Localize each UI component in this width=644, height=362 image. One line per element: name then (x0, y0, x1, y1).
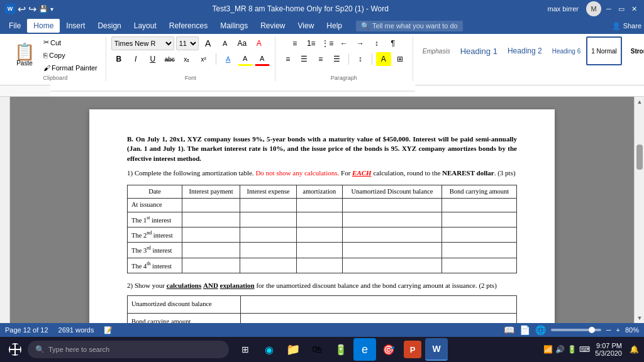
taskbar-right: 📶 🔊 🔋 ⌨ 9:07 PM 5/3/2020 🔔 (543, 342, 639, 357)
file-explorer-button[interactable]: 📁 (282, 338, 304, 361)
highlight-button[interactable]: A (238, 52, 253, 66)
view-read-button[interactable]: 📖 (504, 325, 514, 335)
redo-icon[interactable]: ↪ (28, 3, 36, 15)
show-marks-button[interactable]: ¶ (386, 36, 401, 50)
clock[interactable]: 9:07 PM 5/3/2020 (595, 342, 622, 357)
scroll-track[interactable] (635, 107, 644, 313)
ruler-inner (50, 85, 644, 96)
scroll-down-arrow[interactable]: ▼ (635, 313, 644, 323)
menu-references[interactable]: References (163, 19, 214, 33)
align-right-button[interactable]: ≡ (313, 52, 328, 66)
close-button[interactable]: ✕ (629, 4, 639, 14)
undo-icon[interactable]: ↩ (18, 3, 26, 15)
align-left-button[interactable]: ≡ (280, 52, 296, 66)
wifi-icon[interactable]: 📶 (543, 345, 553, 354)
restore-button[interactable]: ▭ (616, 4, 626, 14)
format-painter-button[interactable]: 🖌 Format Painter (40, 62, 101, 74)
app-icon-6[interactable]: 🎯 (377, 338, 400, 361)
font-size-select[interactable]: 11 (176, 36, 199, 50)
text-effect-button[interactable]: A (221, 52, 236, 66)
paste-button[interactable]: 📋 Paste (10, 41, 39, 69)
zoom-minus[interactable]: ─ (606, 326, 611, 334)
row-issuance-amort (296, 199, 342, 212)
row-3rd-pay (182, 243, 240, 258)
font-color-button[interactable]: A (255, 52, 270, 66)
start-button[interactable] (5, 339, 25, 359)
task-view-button[interactable]: ⊞ (234, 338, 257, 361)
line-spacing-button[interactable]: ↕ (353, 52, 368, 66)
italic-button[interactable]: I (128, 52, 143, 66)
notification-icon[interactable]: 🔔 (630, 345, 639, 354)
change-case-button[interactable]: Aa (235, 36, 250, 50)
style-strong-button[interactable]: Strong (623, 36, 644, 65)
view-print-button[interactable]: 📄 (519, 325, 530, 335)
menu-insert[interactable]: Insert (60, 19, 91, 33)
cortana-button[interactable]: ◉ (258, 338, 280, 361)
row-4th-unamort (342, 258, 441, 273)
font-group-content: Times New R 11 A A Aa A B I U abc x₂ (111, 36, 270, 74)
row-3rd-amort (296, 243, 342, 258)
numbering-button[interactable]: 1≡ (304, 36, 319, 50)
strikethrough-button[interactable]: abc (162, 52, 177, 66)
word-logo-icon: W (5, 4, 15, 14)
scroll-up-arrow[interactable]: ▲ (635, 97, 644, 107)
keyboard-icon[interactable]: ⌨ (579, 345, 590, 354)
battery-button[interactable]: 🔋 (330, 338, 352, 361)
decrease-font-button[interactable]: A (218, 36, 233, 50)
outline-button[interactable]: ⋮≡ (320, 36, 335, 50)
edge-button[interactable]: e (353, 338, 376, 361)
style-heading6-button[interactable]: Heading 6 (548, 36, 586, 65)
align-center-button[interactable]: ☰ (297, 52, 312, 66)
font-family-select[interactable]: Times New R (111, 36, 174, 50)
battery-sys-icon[interactable]: 🔋 (567, 345, 577, 354)
indent-increase-button[interactable]: → (353, 36, 368, 50)
avatar[interactable]: M (586, 1, 601, 16)
increase-font-button[interactable]: A (201, 36, 216, 50)
zoom-thumb[interactable] (589, 327, 595, 333)
zoom-level[interactable]: 80% (625, 326, 639, 334)
menu-view[interactable]: View (292, 19, 321, 33)
scrollbar-right[interactable]: ▲ ▼ (634, 97, 644, 323)
menu-file[interactable]: File (3, 19, 27, 33)
taskbar-search-bar[interactable]: 🔍 Type here to search (28, 341, 229, 358)
view-web-button[interactable]: 🌐 (535, 325, 546, 335)
justify-button[interactable]: ☰ (330, 52, 345, 66)
underline-button[interactable]: U (145, 52, 160, 66)
menu-home[interactable]: Home (27, 19, 60, 33)
store-icon: 🛍 (312, 344, 322, 355)
style-heading1-button[interactable]: Heading 1 (456, 36, 502, 65)
store-button[interactable]: 🛍 (306, 338, 328, 361)
menu-review[interactable]: Review (254, 19, 291, 33)
document-area[interactable]: B. On July 1, 20x1, XYZ company issues 9… (10, 97, 634, 323)
word-app-button[interactable]: W (425, 338, 448, 361)
unamort-label: Unamortized discount balance (128, 296, 241, 314)
indent-decrease-button[interactable]: ← (336, 36, 352, 50)
share-button[interactable]: 👤 Share (612, 22, 641, 30)
zoom-plus[interactable]: + (616, 326, 620, 334)
cut-button[interactable]: ✂ Cut (40, 36, 101, 48)
menu-layout[interactable]: Layout (128, 19, 163, 33)
menu-help[interactable]: Help (320, 19, 348, 33)
clear-format-button[interactable]: A (252, 36, 267, 50)
bullets-button[interactable]: ≡ (287, 36, 303, 50)
style-heading2-button[interactable]: Heading 2 (503, 36, 547, 65)
sort-button[interactable]: ↕ (369, 36, 384, 50)
scroll-thumb[interactable] (636, 145, 643, 170)
shading-button[interactable]: A (376, 52, 391, 66)
menu-mailings[interactable]: Mailings (214, 19, 254, 33)
menu-design[interactable]: Design (91, 19, 127, 33)
border-button[interactable]: ⊞ (392, 52, 408, 66)
style-normal-button[interactable]: 1 Normal (586, 36, 622, 65)
copy-button[interactable]: ⎘ Copy (40, 50, 101, 61)
style-emphasis-button[interactable]: Emphasis (418, 36, 455, 65)
minimize-button[interactable]: ─ (604, 4, 614, 14)
subscript-button[interactable]: x₂ (179, 52, 194, 66)
tell-me-search[interactable]: 🔍 Tell me what you want to do (356, 21, 463, 31)
system-tray: 📶 🔊 🔋 ⌨ (543, 345, 590, 354)
volume-icon[interactable]: 🔊 (555, 345, 565, 354)
bold-button[interactable]: B (111, 52, 126, 66)
powerpoint-button[interactable]: P (401, 338, 424, 361)
zoom-slider[interactable] (551, 329, 601, 331)
quick-save-icon[interactable]: 💾 (39, 5, 48, 13)
superscript-button[interactable]: x² (196, 52, 211, 66)
